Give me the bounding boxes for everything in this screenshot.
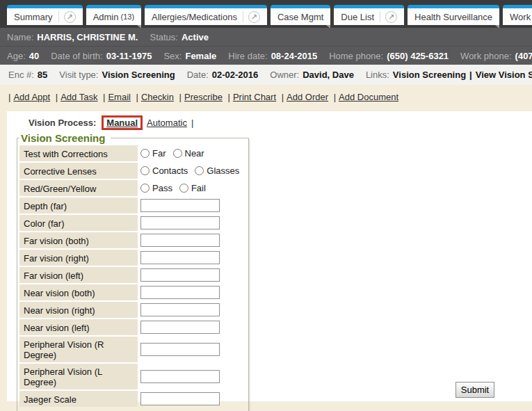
- near-radio[interactable]: [173, 149, 182, 158]
- external-link-icon[interactable]: ↗: [385, 11, 397, 23]
- tab-allergies-medications[interactable]: Allergies/Medications ↗: [145, 5, 267, 25]
- depth-far-input[interactable]: [140, 199, 220, 212]
- print-chart-link[interactable]: Print Chart: [233, 92, 276, 102]
- far-vision-both-input[interactable]: [140, 234, 220, 247]
- vision-screening-title: Vision Screening: [19, 132, 111, 144]
- patient-name-group: Name: HARRIS, CHRISTINE M.: [7, 32, 138, 42]
- row-label: Peripheral Vision (L Degree): [19, 364, 138, 389]
- content-area: Vision Process: Manual Automatic | Visio…: [7, 111, 532, 401]
- form-row-near-vision-both: Near vision (both): [19, 284, 246, 300]
- hire-date-value: 08-24-2015: [271, 51, 318, 61]
- color-far-input[interactable]: [140, 216, 220, 229]
- radio-label: Contacts: [152, 166, 188, 176]
- work-phone-label: Work phone:: [460, 51, 511, 61]
- status-label: Status:: [150, 32, 177, 42]
- pass-radio[interactable]: [140, 184, 150, 193]
- tab-summary[interactable]: Summary ↗: [7, 5, 83, 25]
- glasses-radio[interactable]: [195, 166, 204, 175]
- near-vision-right-input[interactable]: [140, 303, 220, 316]
- separator: |: [179, 92, 182, 102]
- links-label: Links:: [366, 70, 389, 80]
- peripheral-vision-l-input[interactable]: [140, 370, 220, 383]
- far-radio[interactable]: [140, 149, 150, 158]
- action-links-row: |Add Appt |Add Task |Email |Checkin |Pre…: [0, 85, 532, 111]
- radio-label: Near: [185, 148, 204, 159]
- near-vision-left-input[interactable]: [140, 321, 220, 334]
- patient-name: HARRIS, CHRISTINE M.: [37, 32, 138, 42]
- tab-admin[interactable]: Admin (13): [86, 5, 141, 25]
- tab-admin-count: (13): [120, 13, 134, 21]
- row-label: Near vision (right): [19, 302, 138, 318]
- age-group: Age: 40: [7, 51, 39, 61]
- visit-date-label: Date:: [187, 70, 209, 80]
- add-appt-link[interactable]: Add Appt: [13, 92, 50, 102]
- email-link[interactable]: Email: [108, 92, 131, 102]
- add-document-link[interactable]: Add Document: [339, 92, 398, 102]
- work-phone-value: (407) 939: [515, 51, 532, 61]
- radio-option-near[interactable]: Near: [173, 148, 204, 159]
- manual-link[interactable]: Manual: [106, 118, 138, 128]
- visit-type-value: Vision Screening: [102, 70, 175, 80]
- separator: |: [334, 92, 336, 102]
- radio-option-fail[interactable]: Fail: [179, 183, 206, 193]
- status-value: Active: [182, 32, 209, 42]
- radio-option-glasses[interactable]: Glasses: [195, 166, 239, 176]
- radio-label: Pass: [152, 183, 172, 193]
- enc-number-group: Enc #: 85: [8, 70, 47, 80]
- add-task-link[interactable]: Add Task: [61, 92, 97, 102]
- form-row-peripheral-vision-l: Peripheral Vision (L Degree): [19, 364, 246, 389]
- jaeger-scale-input[interactable]: [140, 392, 220, 405]
- tab-work-status[interactable]: Work Status ↗: [503, 5, 532, 25]
- checkin-link[interactable]: Checkin: [141, 92, 174, 102]
- row-label: Color (far): [19, 215, 138, 231]
- dropdown-fold-icon[interactable]: [326, 25, 330, 28]
- tab-case-mgmt[interactable]: Case Mgmt: [271, 5, 330, 25]
- owner-group: Owner: David, Dave: [270, 70, 354, 80]
- dropdown-fold-icon[interactable]: [495, 25, 499, 28]
- separator: |: [8, 92, 10, 102]
- row-label: Corrective Lenses: [19, 163, 138, 179]
- tab-label: Case Mgmt: [277, 12, 323, 22]
- row-label: Near vision (left): [19, 319, 138, 335]
- age-label: Age:: [7, 51, 26, 61]
- form-row-corrective-lenses: Corrective Lenses Contacts Glasses: [19, 163, 246, 179]
- prescribe-link[interactable]: Prescribe: [184, 92, 223, 102]
- radio-option-far[interactable]: Far: [140, 148, 166, 159]
- form-row-jaeger-scale: Jaeger Scale: [19, 391, 246, 407]
- external-link-icon[interactable]: ↗: [64, 11, 76, 23]
- near-vision-both-input[interactable]: [140, 286, 220, 299]
- tab-due-list[interactable]: Due List ↗: [334, 5, 404, 25]
- separator: |: [282, 92, 284, 102]
- manual-highlight-box: Manual: [102, 115, 143, 130]
- peripheral-vision-r-input[interactable]: [140, 343, 220, 356]
- age-value: 40: [29, 51, 39, 61]
- external-link-icon[interactable]: ↗: [248, 11, 260, 23]
- visit-type-group: Visit type: Vision Screening: [59, 70, 175, 80]
- automatic-link[interactable]: Automatic: [147, 118, 187, 128]
- radio-option-pass[interactable]: Pass: [140, 183, 172, 193]
- dob-value: 03-11-1975: [106, 51, 152, 61]
- form-row-color-far: Color (far): [19, 215, 246, 231]
- encounter-bar: Enc #: 85 Visit type: Vision Screening D…: [0, 65, 532, 85]
- name-label: Name:: [7, 32, 33, 42]
- contacts-radio[interactable]: [140, 166, 150, 175]
- far-vision-left-input[interactable]: [140, 268, 220, 282]
- links-group: Links: Vision Screening | View Vision Sc…: [366, 70, 532, 80]
- far-vision-right-input[interactable]: [140, 251, 220, 264]
- form-row-far-vision-both: Far vision (both): [19, 232, 246, 248]
- row-label: Near vision (both): [19, 284, 138, 300]
- visit-date-value: 02-02-2016: [212, 70, 259, 80]
- home-phone-label: Home phone:: [329, 51, 383, 61]
- tab-health-surveillance[interactable]: Health Surveillance: [408, 5, 499, 25]
- sex-label: Sex:: [163, 51, 182, 61]
- vision-screening-link[interactable]: Vision Screening: [393, 70, 466, 80]
- radio-option-contacts[interactable]: Contacts: [140, 166, 188, 176]
- row-label: Far vision (left): [19, 267, 138, 283]
- add-order-link[interactable]: Add Order: [287, 92, 328, 102]
- dropdown-fold-icon[interactable]: [137, 25, 141, 28]
- tab-label: Health Surveillance: [414, 12, 492, 22]
- fail-radio[interactable]: [179, 184, 188, 193]
- view-vision-screening-link[interactable]: View Vision Screening: [476, 70, 532, 80]
- patient-bar: Name: HARRIS, CHRISTINE M. Status: Activ…: [0, 28, 532, 46]
- submit-button[interactable]: Submit: [456, 382, 494, 398]
